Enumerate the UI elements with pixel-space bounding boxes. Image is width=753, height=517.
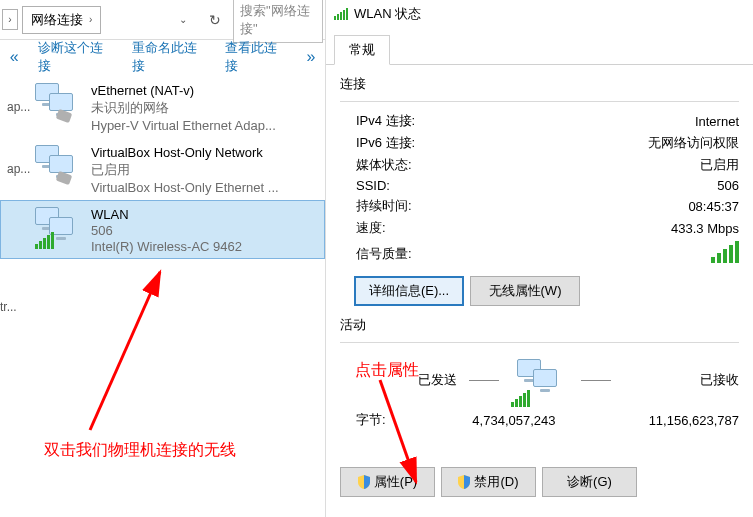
activity-group: 活动 已发送 已接收 字节: 4,734,057,243 11,156,623,… (340, 316, 739, 429)
disable-button[interactable]: 禁用(D) (441, 467, 536, 497)
sent-label: 已发送 (340, 371, 465, 389)
cmd-view[interactable]: 查看此连接 (215, 40, 296, 74)
chevron-down-icon: ⌄ (179, 14, 187, 25)
properties-button[interactable]: 属性(P) (340, 467, 435, 497)
chevron-right-icon: › (8, 14, 11, 25)
bytes-sent: 4,734,057,243 (410, 413, 594, 428)
ipv4-label: IPv4 连接: (340, 112, 415, 130)
ipv4-value: Internet (695, 114, 739, 129)
duration-value: 08:45:37 (688, 199, 739, 214)
dialog-title: WLAN 状态 (354, 5, 421, 23)
bytes-label: 字节: (340, 411, 410, 429)
row-device: Hyper-V Virtual Ethernet Adap... (91, 118, 318, 133)
row-name: vEthernet (NAT-v) (91, 83, 318, 98)
connection-list: ap... vEthernet (NAT-v) 未识别的网络 Hyper-V V… (0, 74, 325, 259)
group-title: 活动 (340, 316, 739, 334)
ipv6-value: 无网络访问权限 (648, 134, 739, 152)
wireless-properties-button[interactable]: 无线属性(W) (470, 276, 580, 306)
tab-general[interactable]: 常规 (334, 35, 390, 65)
row-cap: ap... (7, 100, 25, 114)
row-text: vEthernet (NAT-v) 未识别的网络 Hyper-V Virtual… (91, 81, 318, 133)
media-label: 媒体状态: (340, 156, 412, 174)
signal-bars-icon (711, 241, 739, 263)
duration-label: 持续时间: (340, 197, 412, 215)
row-device: VirtualBox Host-Only Ethernet ... (91, 180, 318, 195)
details-button[interactable]: 详细信息(E)... (354, 276, 464, 306)
tab-strip: 常规 (326, 28, 753, 65)
speed-label: 速度: (340, 219, 386, 237)
row-status: 已启用 (91, 161, 318, 179)
row-name: WLAN (91, 207, 318, 222)
bytes-recv: 11,156,623,787 (594, 413, 740, 428)
recv-label: 已接收 (615, 371, 740, 389)
activity-icon (503, 359, 577, 401)
signal-value (711, 241, 739, 266)
address-bar: › 网络连接 › ⌄ ↻ 搜索"网络连接" (0, 0, 325, 40)
list-item[interactable]: ap... vEthernet (NAT-v) 未识别的网络 Hyper-V V… (0, 76, 325, 138)
speed-value: 433.3 Mbps (671, 221, 739, 236)
diagnose-button-label: 诊断(G) (567, 473, 612, 491)
signal-bars-icon (334, 8, 348, 20)
chevron-right-icon: › (89, 14, 92, 25)
row-name: VirtualBox Host-Only Network (91, 145, 318, 160)
list-item-selected[interactable]: WLAN 506 Intel(R) Wireless-AC 9462 (0, 200, 325, 259)
row-device: Intel(R) Wireless-AC 9462 (91, 239, 318, 254)
refresh-button[interactable]: ↻ (201, 6, 229, 34)
list-item[interactable]: ap... VirtualBox Host-Only Network 已启用 V… (0, 138, 325, 200)
network-connections-pane: › 网络连接 › ⌄ ↻ 搜索"网络连接" « 诊断这个连接 重命名此连接 查看… (0, 0, 325, 517)
cmd-rename[interactable]: 重命名此连接 (122, 40, 216, 74)
row-text: VirtualBox Host-Only Network 已启用 Virtual… (91, 143, 318, 195)
diagnose-button[interactable]: 诊断(G) (542, 467, 637, 497)
signal-label: 信号质量: (340, 245, 412, 263)
divider-line (581, 380, 611, 381)
group-title: 连接 (340, 75, 739, 93)
dialog-titlebar: WLAN 状态 (326, 0, 753, 28)
ssid-value: 506 (717, 178, 739, 193)
address-dropdown[interactable]: ⌄ (169, 6, 197, 34)
truncated-label: tr... (0, 300, 17, 314)
path-root-caret[interactable]: › (2, 9, 18, 30)
refresh-icon: ↻ (209, 12, 221, 28)
scroll-left-button[interactable]: « (0, 40, 28, 74)
wlan-adapter-icon (35, 207, 81, 249)
row-status: 未识别的网络 (91, 99, 318, 117)
row-cap: ap... (7, 162, 25, 176)
properties-button-label: 属性(P) (374, 473, 417, 491)
signal-bars-icon (35, 232, 54, 249)
network-adapter-icon (35, 83, 81, 125)
wlan-status-dialog: WLAN 状态 常规 连接 IPv4 连接:Internet IPv6 连接:无… (325, 0, 753, 517)
row-text: WLAN 506 Intel(R) Wireless-AC 9462 (91, 205, 318, 254)
shield-icon (458, 475, 470, 489)
row-status: 506 (91, 223, 318, 238)
network-adapter-icon (35, 145, 81, 187)
shield-icon (358, 475, 370, 489)
divider-line (469, 380, 499, 381)
path-segment[interactable]: 网络连接 › (22, 6, 101, 34)
command-bar: « 诊断这个连接 重命名此连接 查看此连接 » (0, 40, 325, 74)
search-input[interactable]: 搜索"网络连接" (233, 0, 323, 43)
scroll-right-button[interactable]: » (297, 40, 325, 74)
connection-group: 连接 IPv4 连接:Internet IPv6 连接:无网络访问权限 媒体状态… (340, 75, 739, 306)
cmd-diagnose[interactable]: 诊断这个连接 (28, 40, 122, 74)
media-value: 已启用 (700, 156, 739, 174)
disable-button-label: 禁用(D) (474, 473, 518, 491)
path-segment-label: 网络连接 (31, 11, 83, 29)
ssid-label: SSID: (340, 178, 390, 193)
ipv6-label: IPv6 连接: (340, 134, 415, 152)
action-buttons: 属性(P) 禁用(D) 诊断(G) (340, 467, 739, 497)
